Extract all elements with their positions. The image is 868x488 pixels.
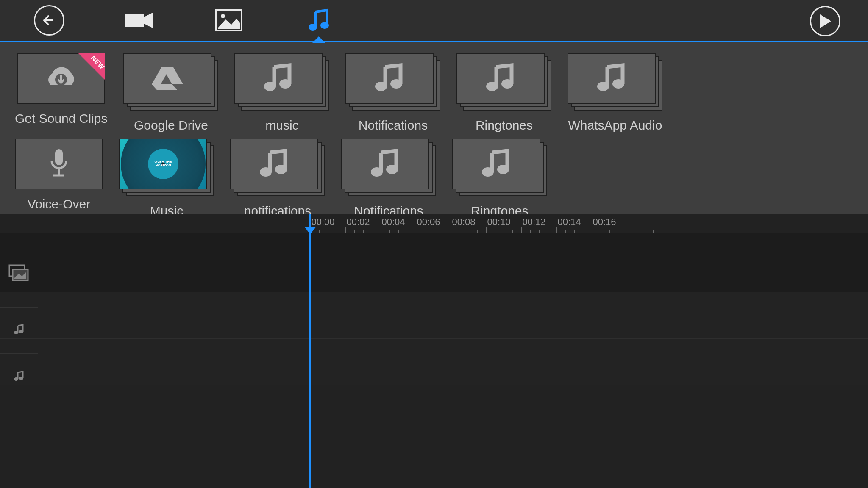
time-label: 00:00 xyxy=(311,216,334,227)
music-note-icon xyxy=(595,63,629,94)
top-toolbar xyxy=(0,0,868,42)
audio-source-browser: NEW Get Sound Clips Google Drive xyxy=(0,42,868,214)
source-label: music xyxy=(265,118,298,133)
track-audio1-icon[interactable] xyxy=(0,307,38,354)
svg-point-13 xyxy=(612,79,624,89)
time-label: 00:14 xyxy=(557,216,581,227)
svg-point-7 xyxy=(279,79,291,89)
music-note-icon xyxy=(479,148,513,180)
source-label: Notifications xyxy=(354,204,423,214)
svg-point-18 xyxy=(275,165,287,174)
svg-point-21 xyxy=(482,167,494,177)
track-icons-column xyxy=(0,239,38,400)
source-notifications-lower[interactable]: notifications xyxy=(230,139,325,214)
svg-point-6 xyxy=(264,82,276,91)
source-row: Voice-Over OVER THE HORIZON Music xyxy=(15,139,868,214)
source-label: Ringtones xyxy=(476,118,533,133)
music-note-icon xyxy=(484,63,517,94)
source-ringtones[interactable]: Ringtones xyxy=(456,53,551,133)
svg-point-22 xyxy=(497,165,509,174)
svg-point-20 xyxy=(386,165,398,174)
track-audio2-icon[interactable] xyxy=(0,354,38,400)
source-label: WhatsApp Audio xyxy=(568,118,662,133)
svg-point-4 xyxy=(320,22,329,29)
music-note-icon xyxy=(308,8,330,32)
time-label: 00:10 xyxy=(487,216,510,227)
music-note-icon xyxy=(257,148,291,180)
source-notifications-2[interactable]: Notifications xyxy=(341,139,436,214)
ruler-ticks xyxy=(0,227,868,233)
microphone-icon xyxy=(48,147,70,180)
svg-point-19 xyxy=(371,167,383,177)
svg-point-9 xyxy=(390,79,402,89)
svg-point-2 xyxy=(221,14,225,18)
svg-point-25 xyxy=(14,331,18,334)
play-button[interactable] xyxy=(810,6,840,36)
album-art-icon: OVER THE HORIZON xyxy=(119,139,207,189)
source-label: notifications xyxy=(244,204,311,214)
source-ringtones-2[interactable]: Ringtones xyxy=(452,139,547,214)
new-badge: NEW xyxy=(78,53,105,80)
time-label: 00:12 xyxy=(522,216,545,227)
source-label: Voice-Over xyxy=(28,197,90,211)
track-lane-media[interactable] xyxy=(0,233,868,292)
source-row: NEW Get Sound Clips Google Drive xyxy=(15,53,868,133)
drive-icon xyxy=(151,64,184,93)
play-icon xyxy=(818,14,832,29)
tab-music[interactable] xyxy=(303,8,334,33)
svg-point-12 xyxy=(597,82,609,91)
svg-point-3 xyxy=(309,24,317,30)
music-note-icon xyxy=(368,148,402,180)
svg-point-10 xyxy=(486,82,498,91)
source-label: Get Sound Clips xyxy=(15,111,107,126)
svg-point-26 xyxy=(19,330,23,333)
time-label: 00:16 xyxy=(593,216,616,227)
source-get-sound-clips[interactable]: NEW Get Sound Clips xyxy=(15,53,107,133)
svg-point-27 xyxy=(14,377,18,381)
source-notifications[interactable]: Notifications xyxy=(345,53,440,133)
music-note-icon xyxy=(373,63,406,94)
timeline-tracks xyxy=(0,233,868,385)
media-layers-icon xyxy=(8,264,30,282)
back-button[interactable] xyxy=(34,5,64,36)
image-icon xyxy=(215,9,242,31)
time-label: 00:02 xyxy=(346,216,370,227)
tab-video[interactable] xyxy=(124,8,154,33)
track-lane-audio[interactable] xyxy=(0,292,868,339)
video-camera-icon xyxy=(124,10,154,30)
cloud-download-icon xyxy=(42,64,80,93)
source-whatsapp-audio[interactable]: WhatsApp Audio xyxy=(568,53,662,133)
svg-rect-0 xyxy=(125,14,144,27)
music-note-small-icon xyxy=(13,371,25,383)
tab-image[interactable] xyxy=(214,8,244,33)
track-lane-audio[interactable] xyxy=(0,339,868,385)
toolbar-left xyxy=(0,5,334,36)
time-label: 00:04 xyxy=(381,216,405,227)
music-note-small-icon xyxy=(13,324,25,337)
svg-point-11 xyxy=(501,79,513,89)
source-google-drive[interactable]: Google Drive xyxy=(123,53,218,133)
arrow-left-icon xyxy=(41,12,58,29)
music-note-icon xyxy=(262,63,295,94)
timeline-ruler[interactable]: 00:00 00:02 00:04 00:06 00:08 00:10 00:1… xyxy=(0,214,868,233)
svg-point-28 xyxy=(19,377,23,380)
source-label: Ringtones xyxy=(471,204,528,214)
playhead[interactable] xyxy=(309,214,311,488)
track-media-icon[interactable] xyxy=(0,239,38,307)
source-music-album[interactable]: OVER THE HORIZON Music xyxy=(119,139,214,214)
source-label: Google Drive xyxy=(134,118,208,133)
svg-point-8 xyxy=(375,82,387,91)
time-label: 00:06 xyxy=(417,216,440,227)
source-label: Notifications xyxy=(359,118,428,133)
source-voice-over[interactable]: Voice-Over xyxy=(15,139,103,214)
svg-rect-14 xyxy=(55,149,63,165)
source-label: Music xyxy=(150,204,183,214)
svg-point-17 xyxy=(260,167,272,177)
time-label: 00:08 xyxy=(452,216,475,227)
timeline[interactable]: 00:00 00:02 00:04 00:06 00:08 00:10 00:1… xyxy=(0,214,868,488)
source-music-folder[interactable]: music xyxy=(234,53,329,133)
